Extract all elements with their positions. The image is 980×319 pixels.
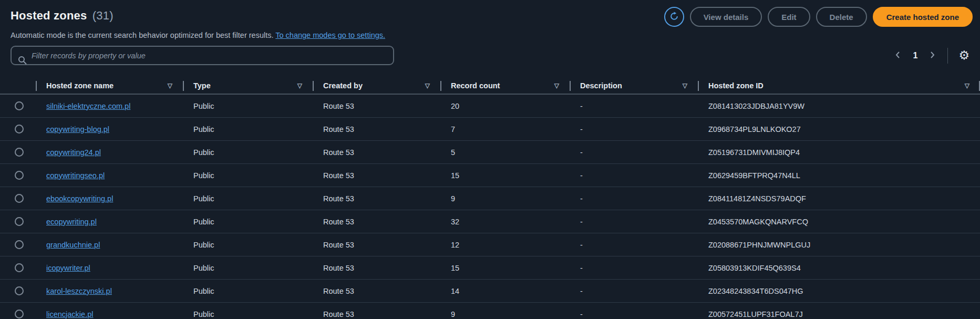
row-select-cell [0, 263, 36, 272]
table-row: copywritingseo.pl Public Route 53 15 - Z… [0, 164, 980, 187]
zone-type-cell: Public [183, 218, 313, 226]
row-radio-button[interactable] [15, 125, 24, 133]
column-header-type: Type ▽ [183, 77, 313, 94]
zone-created-by-cell: Route 53 [313, 194, 440, 203]
column-label: Record count [451, 81, 500, 90]
zone-record-count-cell: 15 [440, 171, 570, 180]
table-row: copywriting-blog.pl Public Route 53 7 - … [0, 118, 980, 141]
table-row: icopywriter.pl Public Route 53 15 - Z058… [0, 256, 980, 280]
table-row: ebookcopywriting.pl Public Route 53 9 - … [0, 187, 980, 210]
row-radio-button[interactable] [15, 101, 24, 110]
column-label: Hosted zone name [46, 81, 114, 90]
hosted-zone-name-cell: ebookcopywriting.pl [36, 194, 183, 203]
filter-icon[interactable]: ▽ [554, 82, 559, 89]
column-header-created-by: Created by ▽ [313, 77, 440, 94]
hosted-zone-link[interactable]: grandkuchnie.pl [46, 241, 100, 249]
row-select-cell [0, 148, 36, 157]
zone-id-cell: Z00572451LUPF31FOAL7J [698, 310, 980, 318]
table-toolbar: 1 ⚙ [0, 39, 980, 65]
row-radio-button[interactable] [15, 217, 24, 226]
zone-type-cell: Public [183, 102, 313, 110]
zone-created-by-cell: Route 53 [313, 287, 440, 295]
zone-id-cell: Z05803913KDIF45Q639S4 [698, 264, 980, 272]
page-header: Hosted zones (31) View details Edit Dele… [0, 0, 980, 27]
filter-icon[interactable]: ▽ [297, 82, 302, 89]
filter-search-box [11, 46, 394, 65]
table-row: karol-leszczynski.pl Public Route 53 14 … [0, 280, 980, 303]
hosted-zone-name-cell: copywriting-blog.pl [36, 125, 183, 133]
row-select-cell [0, 310, 36, 318]
zone-record-count-cell: 20 [440, 102, 570, 110]
zone-type-cell: Public [183, 241, 313, 249]
zone-type-cell: Public [183, 264, 313, 272]
hosted-zone-link[interactable]: copywritingseo.pl [46, 171, 105, 180]
zone-description-cell: - [570, 218, 698, 226]
zone-created-by-cell: Route 53 [313, 171, 440, 180]
row-radio-button[interactable] [15, 148, 24, 157]
table-header-row: Hosted zone name ▽ Type ▽ Created by ▽ R… [0, 77, 980, 95]
hosted-zone-link[interactable]: copywriting24.pl [46, 148, 101, 157]
zone-id-cell: Z0629459BFTPRQ47N4LL [698, 171, 980, 180]
zone-type-cell: Public [183, 310, 313, 318]
row-select-cell [0, 217, 36, 226]
zone-record-count-cell: 9 [440, 310, 570, 318]
refresh-button[interactable] [664, 7, 684, 27]
row-radio-button[interactable] [15, 240, 24, 249]
zone-description-cell: - [570, 194, 698, 203]
zone-record-count-cell: 7 [440, 125, 570, 133]
hosted-zone-link[interactable]: icopywriter.pl [46, 264, 90, 272]
gear-icon: ⚙ [958, 48, 969, 62]
create-hosted-zone-button[interactable]: Create hosted zone [873, 7, 973, 27]
page-number-button[interactable]: 1 [907, 49, 923, 63]
hosted-zone-link[interactable]: ecopywriting.pl [46, 218, 97, 226]
search-mode-text: Automatic mode is the current search beh… [11, 31, 273, 39]
hosted-zone-link[interactable]: copywriting-blog.pl [46, 125, 109, 133]
page-title: Hosted zones (31) [11, 7, 114, 23]
hosted-zone-link[interactable]: silniki-elektryczne.com.pl [46, 102, 130, 110]
filter-icon[interactable]: ▽ [425, 82, 430, 89]
zone-id-cell: Z0453570MAGKQNARVFCQ [698, 218, 980, 226]
hosted-zone-link[interactable]: karol-leszczynski.pl [46, 287, 112, 295]
hosted-zone-name-cell: icopywriter.pl [36, 264, 183, 272]
column-label: Created by [323, 81, 363, 90]
view-details-button[interactable]: View details [690, 7, 762, 27]
zone-id-cell: Z02348243834T6DS047HG [698, 287, 980, 295]
next-page-button[interactable] [925, 48, 940, 64]
row-radio-button[interactable] [15, 286, 24, 295]
zone-record-count-cell: 32 [440, 218, 570, 226]
selection-column-header [0, 77, 36, 94]
row-radio-button[interactable] [15, 310, 24, 318]
zone-type-cell: Public [183, 148, 313, 157]
filter-icon[interactable]: ▽ [683, 82, 687, 89]
row-radio-button[interactable] [15, 263, 24, 272]
zone-created-by-cell: Route 53 [313, 102, 440, 110]
delete-button[interactable]: Delete [816, 7, 867, 27]
zone-created-by-cell: Route 53 [313, 310, 440, 318]
hosted-zone-link[interactable]: ebookcopywriting.pl [46, 194, 113, 203]
zone-id-cell: Z02088671PHNJMWNPLGUJ [698, 241, 980, 249]
hosted-zones-page: Hosted zones (31) View details Edit Dele… [0, 0, 980, 319]
filter-icon[interactable]: ▽ [168, 82, 172, 89]
zone-description-cell: - [570, 148, 698, 157]
column-label: Type [193, 81, 211, 90]
filter-icon[interactable]: ▽ [965, 82, 969, 89]
edit-button[interactable]: Edit [768, 7, 810, 27]
zone-record-count-cell: 15 [440, 264, 570, 272]
zone-description-cell: - [570, 264, 698, 272]
hosted-zone-name-cell: copywriting24.pl [36, 148, 183, 157]
zone-created-by-cell: Route 53 [313, 148, 440, 157]
zone-description-cell: - [570, 241, 698, 249]
preferences-button[interactable]: ⚙ [955, 48, 973, 63]
hosted-zone-link[interactable]: licencjackie.pl [46, 310, 93, 318]
zone-created-by-cell: Route 53 [313, 218, 440, 226]
previous-page-button[interactable] [890, 48, 905, 64]
zone-created-by-cell: Route 53 [313, 125, 440, 133]
row-radio-button[interactable] [15, 171, 24, 180]
change-modes-settings-link[interactable]: To change modes go to settings. [275, 31, 385, 39]
zone-description-cell: - [570, 310, 698, 318]
hosted-zone-name-cell: karol-leszczynski.pl [36, 287, 183, 295]
row-radio-button[interactable] [15, 194, 24, 203]
zone-record-count-cell: 5 [440, 148, 570, 157]
filter-records-input[interactable] [12, 47, 393, 64]
table-row: ecopywriting.pl Public Route 53 32 - Z04… [0, 210, 980, 233]
